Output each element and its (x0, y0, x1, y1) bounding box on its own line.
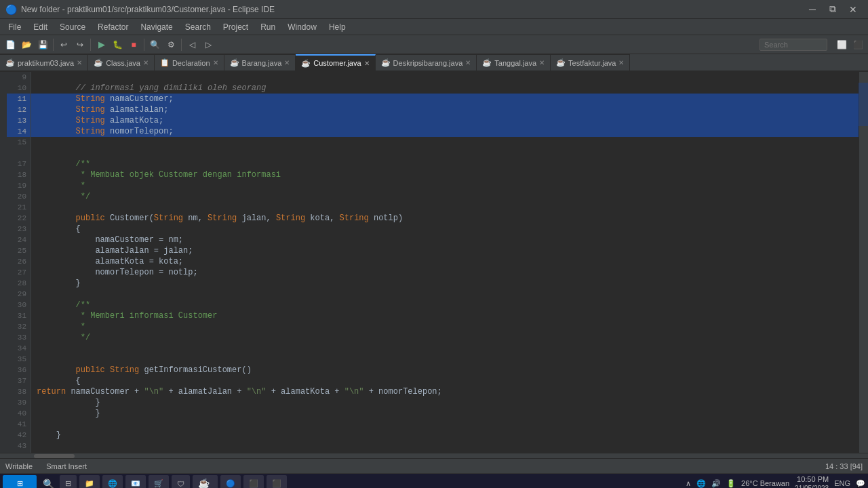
menu-run[interactable]: Run (255, 21, 281, 33)
taskbar-app-extra1[interactable]: ⬛ (243, 475, 264, 489)
code-line-19: * (31, 180, 859, 191)
undo-button[interactable]: ↩ (56, 37, 71, 52)
tab-tanggaljava-label: Tanggal.java (494, 59, 536, 67)
menu-navigate[interactable]: Navigate (135, 21, 178, 33)
taskbar-search-button[interactable]: 🔍 (39, 475, 57, 489)
tab-barangjava[interactable]: ☕ Barang.java ✕ (224, 54, 296, 70)
menu-refactor[interactable]: Refactor (92, 21, 134, 33)
search-input[interactable] (760, 39, 827, 51)
title-bar: 🔵 New folder - praktikum01/src/praktikum… (0, 0, 868, 19)
taskbar-store[interactable]: 🛒 (149, 475, 169, 489)
line-num-23: 23 (7, 224, 31, 235)
tab-declaration[interactable]: 📋 Declaration ✕ (155, 54, 224, 70)
tab-praktikum03-label: praktikum03.java (18, 59, 74, 67)
tab-tanggaljava[interactable]: ☕ Tanggal.java ✕ (477, 54, 551, 70)
toolbar: 📄 📂 💾 ↩ ↪ ▶ 🐛 ■ 🔍 ⚙ ◁ ▷ ⬜ ⬛ (0, 35, 868, 54)
line-num-22: 22 (7, 213, 31, 224)
tab-testfaktur[interactable]: ☕ Testfaktur.java ✕ (551, 54, 630, 70)
code-editor[interactable]: // informasi yang dimiliki oleh seorang … (31, 72, 859, 453)
code-line-25: alamatJalan = jalan; (31, 245, 859, 256)
tray-volume-icon[interactable]: 🔊 (711, 479, 721, 488)
settings-icon[interactable]: ⚙ (163, 37, 178, 52)
save-button[interactable]: 💾 (35, 37, 50, 52)
tab-deskripsijava-icon: ☕ (381, 58, 391, 67)
status-smart-insert: Smart Insert (46, 462, 87, 470)
menu-window[interactable]: Window (282, 21, 322, 33)
tray-weather: 26°C Berawan (741, 479, 789, 487)
back-button[interactable]: ◁ (184, 37, 199, 52)
line-num-26: 26 (7, 256, 31, 267)
tab-testfaktur-label: Testfaktur.java (568, 59, 616, 67)
redo-button[interactable]: ↪ (73, 37, 87, 52)
tray-network-icon[interactable]: 🌐 (696, 479, 706, 488)
line-num-18: 18 (7, 169, 31, 180)
menu-file[interactable]: File (3, 21, 26, 33)
code-line-44: } (31, 451, 859, 453)
marker-gutter (0, 72, 7, 453)
tab-classjava-close[interactable]: ✕ (143, 59, 149, 66)
layout-button[interactable]: ⬛ (850, 37, 865, 52)
line-num-41: 41 (7, 419, 31, 430)
taskbar-windows-defender[interactable]: 🛡 (172, 475, 190, 489)
line-num-42: 42 (7, 430, 31, 441)
status-bar: Writable Smart Insert 14 : 33 [94] (0, 458, 868, 473)
line-num-35: 35 (7, 354, 31, 365)
code-line-33: */ (31, 332, 859, 343)
tray-battery-icon[interactable]: 🔋 (726, 479, 736, 488)
minimap-gutter[interactable] (859, 72, 868, 453)
tab-praktikum03-close[interactable]: ✕ (77, 59, 82, 66)
line-num-15: 15 (7, 137, 31, 148)
code-line-18: * Membuat objek Customer dengan informas… (31, 169, 859, 180)
tray-time: 10:50 PM (795, 474, 829, 484)
tab-tanggaljava-close[interactable]: ✕ (539, 59, 545, 66)
tab-testfaktur-close[interactable]: ✕ (618, 59, 624, 66)
code-line-28: } (31, 278, 859, 289)
tab-declaration-icon: 📋 (160, 58, 170, 67)
menu-search[interactable]: Search (180, 21, 216, 33)
taskbar-file-explorer[interactable]: 📁 (79, 475, 100, 489)
tab-customerjava[interactable]: ☕ Customer.java ✕ (296, 54, 375, 70)
menu-source[interactable]: Source (54, 21, 91, 33)
tab-barangjava-label: Barang.java (242, 59, 282, 67)
taskbar-taskview[interactable]: ⊟ (60, 475, 77, 489)
taskbar-app-extra2[interactable]: ⬛ (267, 475, 287, 489)
hscroll-thumb[interactable] (34, 454, 75, 458)
debug-button[interactable]: 🐛 (110, 37, 125, 52)
stop-button[interactable]: ■ (126, 37, 141, 52)
tray-notification-icon[interactable]: 💬 (856, 479, 865, 488)
new-button[interactable]: 📄 (3, 37, 18, 52)
tab-praktikum03[interactable]: ☕ praktikum03.java ✕ (0, 54, 88, 70)
line-num-37: 37 (7, 375, 31, 386)
tab-barangjava-close[interactable]: ✕ (284, 59, 290, 66)
taskbar-eclipse[interactable]: ☕ (193, 475, 218, 489)
open-button[interactable]: 📂 (19, 37, 34, 52)
window-title: New folder - praktikum01/src/praktikum03… (21, 5, 275, 14)
start-button[interactable]: ⊞ (3, 475, 37, 489)
taskbar-edge[interactable]: 🌐 (102, 475, 123, 489)
forward-button[interactable]: ▷ (201, 37, 216, 52)
status-writable: Writable (5, 462, 33, 470)
console-button[interactable]: ⬜ (834, 37, 849, 52)
code-line-42: } (31, 430, 859, 441)
tab-deskripsijava-close[interactable]: ✕ (465, 59, 471, 66)
tab-customerjava-close[interactable]: ✕ (364, 60, 370, 67)
maximize-button[interactable]: ⧉ (823, 0, 842, 19)
line-num-27: 27 (7, 267, 31, 278)
line-num-32: 32 (7, 321, 31, 332)
taskbar-chrome[interactable]: 🔵 (220, 475, 241, 489)
tray-chevron[interactable]: ∧ (686, 479, 691, 488)
taskbar-mail[interactable]: 📧 (125, 475, 146, 489)
horizontal-scrollbar[interactable] (0, 453, 868, 458)
close-button[interactable]: ✕ (844, 0, 863, 19)
tab-classjava-icon: ☕ (94, 58, 103, 67)
minimize-button[interactable]: ─ (803, 0, 822, 19)
tab-classjava[interactable]: ☕ Class.java ✕ (88, 54, 155, 70)
tray-datetime[interactable]: 10:50 PM 21/05/2023 (795, 474, 829, 488)
search-toolbar-button[interactable]: 🔍 (147, 37, 162, 52)
menu-help[interactable]: Help (323, 21, 351, 33)
tab-declaration-close[interactable]: ✕ (213, 59, 218, 66)
tab-deskripsijava[interactable]: ☕ Deskripsibarang.java ✕ (376, 54, 477, 70)
menu-edit[interactable]: Edit (28, 21, 53, 33)
menu-project[interactable]: Project (218, 21, 254, 33)
run-button[interactable]: ▶ (94, 37, 108, 52)
